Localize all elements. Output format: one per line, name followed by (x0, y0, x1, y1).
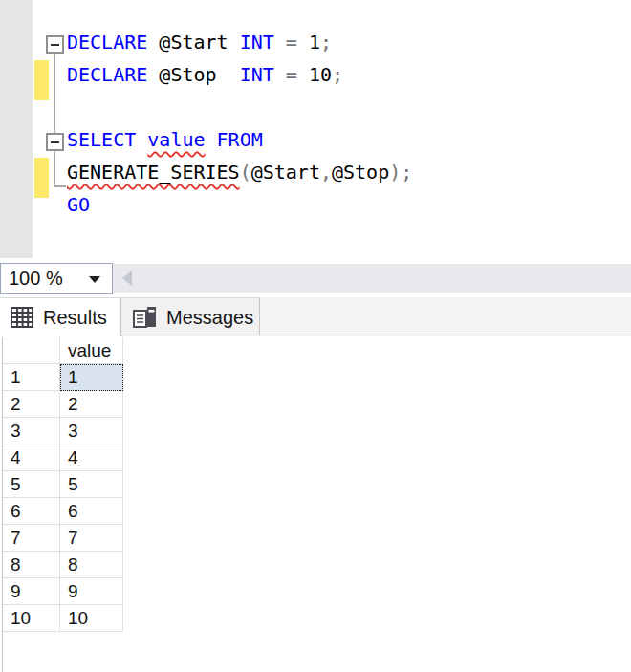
code-token (217, 63, 240, 86)
code-token (274, 31, 286, 54)
row-header-cell[interactable]: 5 (3, 471, 60, 498)
code-token: ; (332, 63, 343, 86)
tab-label: Messages (166, 307, 253, 329)
row-header-cell[interactable]: 3 (3, 418, 60, 444)
minus-icon (51, 44, 59, 46)
grid-cell[interactable]: 8 (60, 552, 123, 578)
sql-editor-pane[interactable]: DECLARE @Start INT = 1;DECLARE @Stop INT… (0, 0, 631, 263)
code-token: FROM (217, 128, 263, 151)
grid-cell[interactable]: 5 (60, 471, 123, 498)
row-header-cell[interactable]: 9 (3, 578, 60, 605)
zoom-level-dropdown[interactable]: 100 % (0, 263, 113, 294)
code-token: ; (401, 161, 412, 184)
code-token (274, 63, 286, 86)
code-token (147, 31, 159, 54)
fold-region-line (54, 150, 55, 187)
ssms-query-window: DECLARE @Start INT = 1;DECLARE @Stop INT… (0, 0, 631, 672)
code-token: = (286, 63, 297, 86)
code-token: ; (320, 31, 332, 54)
grid-corner-header-cell[interactable] (3, 337, 60, 364)
code-token: INT (240, 31, 274, 54)
code-token: 10 (309, 63, 332, 86)
code-line: GO (67, 188, 412, 221)
results-grid-panel: value 1122334455667788991010 (0, 336, 631, 672)
grid-cell[interactable]: 4 (60, 444, 123, 471)
collapse-region-button[interactable] (46, 35, 64, 54)
code-token: DECLARE (67, 31, 147, 54)
code-token: @Stop (159, 63, 216, 86)
code-token: @Stop (332, 161, 389, 184)
code-token: ) (389, 161, 401, 184)
code-line: DECLARE @Start INT = 1; (67, 26, 412, 58)
fold-region-end (54, 185, 66, 187)
grid-column-header[interactable]: value (60, 337, 123, 364)
horizontal-scrollbar[interactable] (113, 264, 631, 293)
grid-cell[interactable]: 1 (60, 364, 123, 391)
code-token: ( (240, 161, 251, 184)
indicator-margin (0, 0, 33, 258)
row-header-cell[interactable]: 1 (3, 364, 60, 391)
zoom-level-value: 100 % (9, 268, 63, 290)
code-line: DECLARE @Stop INT = 10; (67, 58, 412, 91)
row-header-cell[interactable]: 4 (3, 444, 60, 471)
code-token (297, 31, 309, 54)
grid-cell[interactable]: 6 (60, 498, 123, 525)
minus-icon (51, 141, 59, 143)
code-token: GENERATE_SERIES (67, 161, 240, 184)
code-token: @Start (159, 31, 228, 54)
grid-cell[interactable]: 10 (60, 605, 123, 632)
chevron-down-icon (89, 276, 100, 283)
scroll-left-arrow-icon[interactable] (122, 271, 132, 286)
results-tabstrip: Results Messages (0, 297, 631, 336)
row-header-cell[interactable]: 2 (3, 391, 60, 418)
code-token (147, 63, 159, 86)
code-line: SELECT value FROM (67, 123, 412, 156)
row-header-cell[interactable]: 8 (3, 552, 60, 578)
grid-cell[interactable]: 7 (60, 525, 123, 552)
tab-label: Results (43, 307, 107, 329)
code-token (228, 31, 240, 54)
code-token (297, 63, 309, 86)
change-bar (34, 158, 49, 198)
code-token: DECLARE (67, 63, 147, 86)
code-token: INT (240, 63, 274, 86)
fold-region-line (54, 53, 55, 133)
code-token: SELECT (67, 128, 136, 151)
grid-cell[interactable]: 9 (60, 578, 123, 605)
grid-cell[interactable]: 3 (60, 418, 123, 444)
code-line (67, 91, 412, 123)
code-token (206, 128, 217, 151)
change-bar (34, 60, 49, 100)
code-token: GO (67, 193, 90, 216)
code-token: 1 (309, 31, 320, 54)
code-area: DECLARE @Start INT = 1;DECLARE @Stop INT… (67, 26, 412, 221)
code-token: @Start (251, 161, 320, 184)
code-token: value (147, 128, 205, 151)
messages-doc-icon (132, 306, 157, 329)
editor-bottom-bar: 100 % (0, 263, 631, 294)
code-token: , (320, 161, 332, 184)
results-grid-icon (11, 307, 33, 328)
collapse-region-button[interactable] (46, 133, 64, 151)
grid-cell[interactable]: 2 (60, 391, 123, 418)
row-header-cell[interactable]: 6 (3, 498, 60, 525)
code-token: = (286, 31, 297, 54)
code-token (136, 128, 147, 151)
row-header-cell[interactable]: 7 (3, 525, 60, 552)
code-line: GENERATE_SERIES(@Start,@Stop); (67, 156, 412, 188)
row-header-cell[interactable]: 10 (3, 605, 60, 632)
tab-results[interactable]: Results (0, 297, 121, 336)
tab-messages[interactable]: Messages (121, 297, 260, 336)
